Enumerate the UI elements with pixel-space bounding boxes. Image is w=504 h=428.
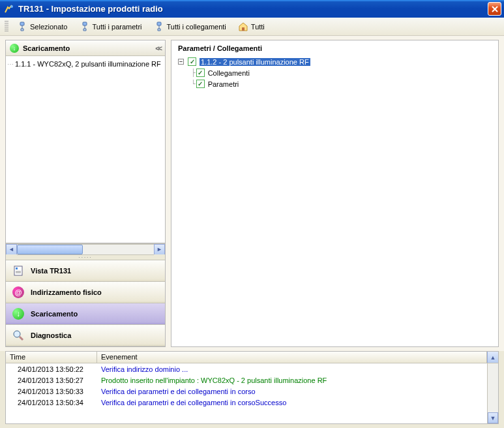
scroll-thumb[interactable] [17, 245, 83, 254]
tree-connector: ⋯ [7, 61, 14, 68]
nav-diagnostic[interactable]: Diagnostica [6, 325, 165, 346]
nav-download-label: Scaricamento [31, 310, 78, 318]
log-time: 24/01/2013 13:50:27 [6, 376, 97, 384]
download-icon: ↓ [10, 44, 19, 53]
log-time: 24/01/2013 13:50:22 [6, 365, 97, 373]
svg-rect-1 [20, 22, 24, 25]
nav-download[interactable]: ↓ Scaricamento [6, 303, 165, 325]
main-area: ↓ Scaricamento << ⋯ 1.1.1 - WYC82xQ, 2 p… [0, 36, 504, 351]
scroll-track[interactable] [17, 244, 154, 255]
log-time: 24/01/2013 13:50:33 [6, 388, 97, 395]
log-time: 24/01/2013 13:50:34 [6, 399, 97, 406]
tree-root-node[interactable]: − 1.1.2 - 2 pulsanti illuminazione RF [178, 56, 492, 67]
tree-item-label: 1.1.1 - WYC82xQ, 2 pulsanti illuminazion… [15, 60, 161, 68]
tree-connector: └ [191, 80, 195, 88]
download-arrow-icon: ↓ [12, 308, 24, 320]
nav-addressing[interactable]: @ Indirizzamento fisico [6, 282, 165, 303]
log-row[interactable]: 24/01/2013 13:50:33Verifica dei parametr… [6, 386, 487, 397]
scroll-left-button[interactable]: ◄ [6, 244, 17, 255]
toolbar-all-label: Tutti [251, 23, 265, 31]
app-icon [4, 4, 14, 14]
toolbar-selected[interactable]: Selezionato [12, 19, 73, 35]
toolbar-selected-label: Selezionato [30, 23, 68, 31]
log-header: Time Evenement ▲ [6, 352, 498, 363]
vertical-scrollbar[interactable]: ▼ [487, 363, 498, 423]
svg-rect-5 [14, 266, 22, 275]
tree-root-label: 1.1.2 - 2 pulsanti illuminazione RF [200, 58, 310, 66]
tree-connector: ├ [191, 69, 195, 77]
scroll-up-button[interactable]: ▲ [487, 352, 498, 363]
tree-child-params[interactable]: └ Parametri [178, 78, 492, 89]
checkbox-checked-icon[interactable] [196, 80, 205, 88]
collapse-button[interactable]: << [155, 44, 161, 52]
svg-rect-4 [242, 27, 245, 31]
window-title: TR131 - Impostazione prodotti radio [18, 4, 488, 14]
log-text: Verifica dei parametri e dei collegament… [97, 388, 487, 395]
toolbar-grip [5, 21, 8, 33]
log-rows[interactable]: 24/01/2013 13:50:22Verifica indirizzo do… [6, 363, 487, 423]
nav-view-tr131[interactable]: Vista TR131 [6, 260, 165, 282]
sidebar-header-title: Scaricamento [23, 44, 70, 52]
svg-rect-2 [83, 22, 87, 25]
at-icon: @ [12, 286, 24, 298]
right-panel: Parametri / Collegamenti − 1.1.2 - 2 pul… [171, 40, 499, 347]
tree-child-links[interactable]: ├ Collegamenti [178, 67, 492, 78]
svg-rect-6 [16, 268, 18, 269]
scroll-track[interactable] [488, 363, 498, 412]
toolbar-all-links[interactable]: Tutti i collegamenti [149, 19, 231, 35]
log-body: 24/01/2013 13:50:22Verifica indirizzo do… [6, 363, 498, 423]
toolbar-all[interactable]: Tutti [233, 19, 270, 35]
log-text: Prodotto inserito nell'impianto : WYC82x… [97, 376, 487, 384]
log-col-time[interactable]: Time [6, 352, 97, 363]
tree-item[interactable]: ⋯ 1.1.1 - WYC82xQ, 2 pulsanti illuminazi… [7, 59, 164, 69]
expander-icon[interactable]: − [178, 59, 184, 65]
nav-addressing-label: Indirizzamento fisico [31, 288, 102, 296]
log-row[interactable]: 24/01/2013 13:50:27Prodotto inserito nel… [6, 374, 487, 386]
nav-view-label: Vista TR131 [31, 267, 71, 275]
nav-diagnostic-label: Diagnostica [31, 331, 71, 339]
log-panel: Time Evenement ▲ 24/01/2013 13:50:22Veri… [5, 351, 499, 424]
params-tree[interactable]: − 1.1.2 - 2 pulsanti illuminazione RF ├ … [178, 56, 492, 89]
sidebar-header[interactable]: ↓ Scaricamento << [6, 40, 165, 56]
toolbar: Selezionato Tutti i parametri Tutti i co… [0, 18, 504, 36]
svg-point-0 [10, 5, 13, 8]
log-col-event[interactable]: Evenement [97, 352, 487, 363]
left-panel: ↓ Scaricamento << ⋯ 1.1.1 - WYC82xQ, 2 p… [5, 40, 166, 347]
horizontal-scrollbar[interactable]: ◄ ► [6, 243, 165, 254]
svg-rect-3 [157, 22, 161, 25]
checkbox-checked-icon[interactable] [188, 57, 196, 66]
right-panel-heading: Parametri / Collegamenti [178, 44, 492, 52]
log-text: Verifica indirizzo dominio ... [97, 365, 487, 373]
scroll-down-button[interactable]: ▼ [488, 412, 498, 423]
tree-child-links-label: Collegamenti [208, 69, 250, 77]
magnifier-icon [12, 329, 24, 341]
log-text: Verifica dei parametri e dei collegament… [97, 399, 487, 406]
tree-child-params-label: Parametri [208, 80, 239, 88]
checkbox-checked-icon[interactable] [196, 69, 205, 77]
close-button[interactable] [488, 2, 501, 16]
log-row[interactable]: 24/01/2013 13:50:34Verifica dei parametr… [6, 397, 487, 408]
toolbar-all-params-label: Tutti i parametri [93, 23, 142, 31]
toolbar-all-links-label: Tutti i collegamenti [167, 23, 226, 31]
splitter[interactable]: ····· [6, 254, 165, 260]
log-row[interactable]: 24/01/2013 13:50:22Verifica indirizzo do… [6, 363, 487, 374]
sidebar-tree[interactable]: ⋯ 1.1.1 - WYC82xQ, 2 pulsanti illuminazi… [6, 56, 165, 243]
svg-point-7 [14, 331, 20, 337]
nav-buttons: Vista TR131 @ Indirizzamento fisico ↓ Sc… [6, 260, 165, 346]
toolbar-all-params[interactable]: Tutti i parametri [74, 19, 147, 35]
titlebar: TR131 - Impostazione prodotti radio [0, 0, 504, 18]
scroll-right-button[interactable]: ► [154, 244, 165, 255]
document-icon [12, 265, 24, 277]
